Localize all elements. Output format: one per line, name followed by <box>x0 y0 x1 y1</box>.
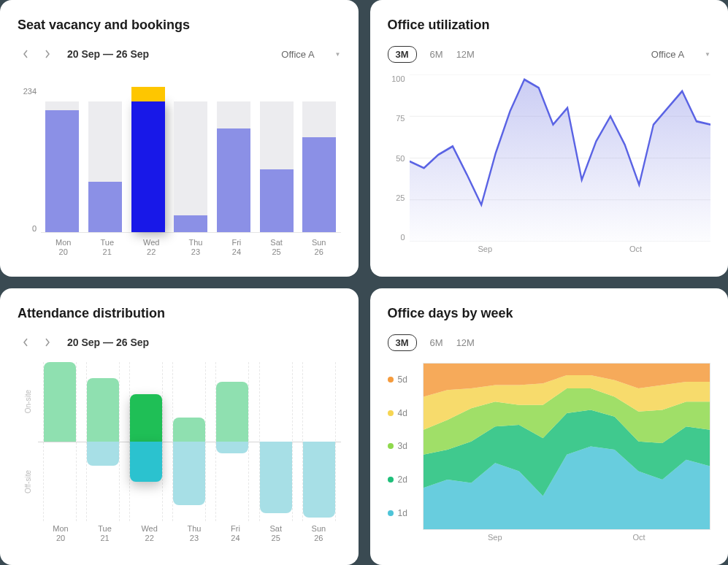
days-x-tick: Sep <box>488 533 502 547</box>
legend-dot-icon <box>388 377 394 383</box>
att-x-label: Fri24 <box>231 521 240 547</box>
seat-x-label: Sat25 <box>270 235 283 257</box>
att-x-label: Sat25 <box>269 521 282 547</box>
legend-label: 3d <box>398 441 407 451</box>
util-y-tick: 0 <box>400 233 405 242</box>
seat-plot <box>41 74 341 233</box>
days-x-tick: Oct <box>632 533 645 547</box>
att-bar[interactable] <box>43 362 77 521</box>
seat-x-label: Mon20 <box>55 235 71 257</box>
seat-x-label: Tue21 <box>100 235 114 257</box>
days-legend-item: 1d <box>388 508 423 518</box>
chevron-left-icon <box>23 338 28 347</box>
seat-prev-button[interactable] <box>18 46 34 62</box>
att-chart: On-site Off-site Mon20Tue21Wed22Thu23Fri… <box>18 362 341 547</box>
util-plot <box>410 74 711 242</box>
att-date-range: 20 Sep — 26 Sep <box>67 337 149 348</box>
legend-dot-icon <box>388 477 394 483</box>
seat-x-label: Sun26 <box>312 235 326 257</box>
legend-label: 2d <box>398 474 407 485</box>
util-range-tab[interactable]: 3M <box>388 46 417 63</box>
util-chart: 1007550250 SepOct <box>388 74 711 259</box>
chevron-down-icon: ▼ <box>705 51 710 58</box>
days-range-tab[interactable]: 12M <box>456 337 475 348</box>
days-plot <box>423 363 711 530</box>
util-range-tab[interactable]: 12M <box>456 49 475 60</box>
days-range-tab[interactable]: 3M <box>388 334 417 351</box>
seat-bar[interactable] <box>217 87 250 232</box>
att-onsite-label: On-site <box>24 390 32 413</box>
util-y-tick: 50 <box>396 154 405 163</box>
att-x-label: Tue21 <box>98 521 112 547</box>
util-yaxis: 1007550250 <box>388 74 410 242</box>
seat-x-label: Thu23 <box>188 235 202 257</box>
days-legend-item: 4d <box>388 408 423 418</box>
util-y-tick: 25 <box>396 193 405 202</box>
seat-xaxis: Mon20Tue21Wed22Thu23Fri24Sat25Sun26 <box>41 233 341 259</box>
seat-office-label: Office A <box>281 49 314 60</box>
seat-title: Seat vacancy and bookings <box>18 18 341 33</box>
seat-bar[interactable] <box>131 87 165 232</box>
seat-bar[interactable] <box>302 87 336 232</box>
seat-y-top: 234 <box>23 87 37 96</box>
chevron-right-icon <box>45 50 50 58</box>
util-office-dropdown[interactable]: Office A ▼ <box>651 49 710 60</box>
seat-chart: 234 0 Mon20Tue21Wed22Thu23Fri24Sat25Sun2… <box>18 74 341 259</box>
seat-y-bottom: 0 <box>32 224 37 233</box>
legend-label: 5d <box>398 374 407 385</box>
days-legend: 5d4d3d2d1d <box>388 363 423 530</box>
days-range-tabs: 3M6M12M <box>388 334 475 351</box>
util-xaxis: SepOct <box>410 242 711 259</box>
seat-yaxis: 234 0 <box>18 74 41 233</box>
util-x-tick: Sep <box>478 245 492 259</box>
att-next-button[interactable] <box>39 334 55 350</box>
utilization-card: Office utilization 3M6M12M Office A ▼ 10… <box>370 0 729 277</box>
attendance-card: Attendance distribution 20 Sep — 26 Sep … <box>0 288 359 565</box>
office-days-card: Office days by week 3M6M12M 5d4d3d2d1d S… <box>370 288 729 565</box>
att-x-label: Wed22 <box>141 521 157 547</box>
att-xaxis: Mon20Tue21Wed22Thu23Fri24Sat25Sun26 <box>38 521 341 547</box>
legend-label: 1d <box>398 508 407 518</box>
seat-office-dropdown[interactable]: Office A ▼ <box>281 49 340 60</box>
days-range-tab[interactable]: 6M <box>430 337 443 348</box>
att-title: Attendance distribution <box>18 306 341 321</box>
chevron-right-icon <box>45 338 50 347</box>
att-prev-button[interactable] <box>18 334 34 350</box>
seat-next-button[interactable] <box>39 46 55 62</box>
days-controls: 3M6M12M <box>388 334 711 351</box>
legend-dot-icon <box>388 443 394 449</box>
seat-bar[interactable] <box>174 87 207 232</box>
seat-x-label: Wed22 <box>143 235 159 257</box>
att-x-label: Sun26 <box>312 521 326 547</box>
days-legend-item: 2d <box>388 474 423 485</box>
seat-x-label: Fri24 <box>231 235 241 257</box>
days-legend-item: 5d <box>388 374 423 385</box>
chevron-left-icon <box>23 50 28 58</box>
seat-bar[interactable] <box>260 87 294 232</box>
att-bar[interactable] <box>259 362 293 521</box>
att-x-label: Mon20 <box>53 521 68 547</box>
att-bar[interactable] <box>129 362 163 521</box>
seat-vacancy-card: Seat vacancy and bookings 20 Sep — 26 Se… <box>0 0 359 277</box>
att-plot <box>38 362 341 521</box>
util-range-tab[interactable]: 6M <box>430 49 443 60</box>
att-x-label: Thu23 <box>187 521 201 547</box>
util-y-tick: 75 <box>396 114 405 123</box>
days-xaxis: SepOct <box>423 530 711 547</box>
seat-controls: 20 Sep — 26 Sep Office A ▼ <box>18 46 341 62</box>
chevron-down-icon: ▼ <box>335 51 341 58</box>
util-range-tabs: 3M6M12M <box>388 46 475 63</box>
att-bar[interactable] <box>86 362 120 521</box>
util-office-label: Office A <box>651 49 684 60</box>
days-chart: 5d4d3d2d1d SepOct <box>388 363 711 547</box>
days-title: Office days by week <box>388 306 711 321</box>
util-x-tick: Oct <box>629 245 642 259</box>
seat-bar[interactable] <box>45 87 79 232</box>
seat-bar[interactable] <box>88 87 122 232</box>
util-y-tick: 100 <box>391 74 405 83</box>
att-bar[interactable] <box>302 362 336 521</box>
legend-label: 4d <box>398 408 407 418</box>
att-controls: 20 Sep — 26 Sep <box>18 334 341 350</box>
att-bar[interactable] <box>215 362 249 521</box>
att-bar[interactable] <box>172 362 206 521</box>
